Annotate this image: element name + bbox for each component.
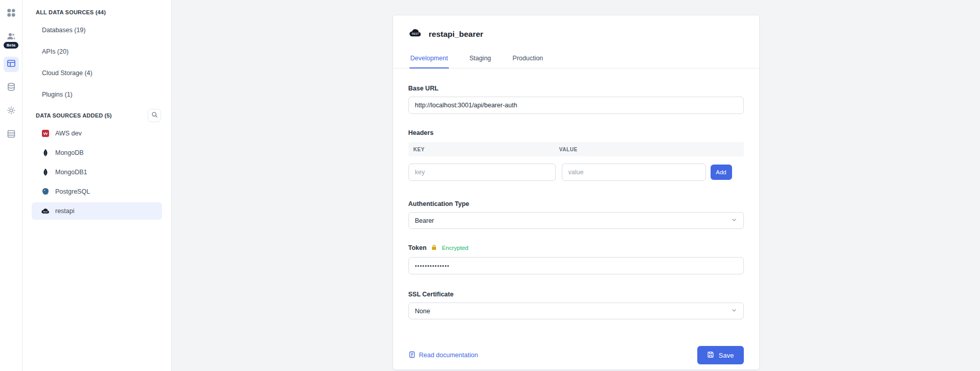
headers-table-header: KEY VALUE [408, 142, 744, 156]
config-form: Base URL Headers KEY VALUE Add Authentic… [393, 68, 759, 319]
ssl-section: SSL Certificate None [408, 291, 744, 319]
ssl-certificate-value: None [415, 308, 430, 315]
postgresql-icon [41, 187, 50, 196]
environment-tabs: Development Staging Production [393, 50, 759, 68]
value-column-header: VALUE [559, 147, 578, 152]
source-item-postgresql[interactable]: PostgreSQL [32, 183, 162, 200]
lock-icon [431, 243, 437, 252]
add-header-button[interactable]: Add [711, 165, 732, 180]
database-button[interactable] [4, 80, 19, 96]
data-sources-added-header: DATA SOURCES ADDED (5) [22, 108, 171, 123]
token-header: Token Encrypted [408, 243, 744, 252]
app-icon-rail: Beta [0, 0, 22, 371]
headers-label: Headers [408, 129, 744, 136]
tab-staging[interactable]: Staging [468, 50, 492, 68]
token-label: Token [408, 244, 427, 251]
encrypted-badge: Encrypted [442, 245, 468, 251]
datasource-title: restapi_bearer [429, 30, 484, 39]
all-data-sources-label: ALL DATA SOURCES (44) [36, 9, 106, 15]
card-header: REST restapi_bearer [393, 15, 759, 40]
database-icon [7, 82, 16, 94]
source-item-mongodb[interactable]: MongoDB [32, 144, 162, 161]
svg-text:REST: REST [412, 32, 419, 35]
mongodb-icon [41, 148, 50, 157]
gear-icon [7, 106, 16, 117]
base-url-label: Base URL [408, 85, 744, 92]
headers-section: Headers KEY VALUE Add [408, 129, 744, 181]
token-input[interactable] [408, 257, 744, 274]
data-sources-icon [7, 59, 16, 70]
tab-development[interactable]: Development [409, 50, 449, 68]
sidebar-item-cloud-storage[interactable]: Cloud Storage (4) [22, 62, 171, 84]
datasource-config-card: REST restapi_bearer Development Staging … [393, 15, 760, 370]
data-sources-added-label: DATA SOURCES ADDED (5) [36, 112, 112, 119]
source-item-label: MongoDB [55, 149, 84, 156]
settings-button[interactable] [4, 104, 19, 119]
main-area: REST restapi_bearer Development Staging … [172, 0, 980, 371]
apps-grid-icon [7, 8, 16, 19]
aws-icon [41, 129, 50, 138]
apps-grid-button[interactable] [4, 6, 19, 21]
data-sources-sidebar: ALL DATA SOURCES (44) Databases (19) API… [22, 0, 172, 371]
mongodb-icon [41, 168, 50, 177]
beta-badge: Beta [4, 42, 18, 49]
auth-type-value: Bearer [415, 217, 435, 224]
data-sources-button[interactable] [4, 57, 19, 72]
save-button-label: Save [719, 352, 734, 359]
search-icon [151, 111, 158, 120]
source-item-label: AWS dev [55, 130, 82, 137]
svg-text:REST: REST [43, 211, 48, 213]
header-key-input[interactable] [408, 164, 556, 181]
users-icon [7, 32, 16, 43]
ssl-certificate-select[interactable]: None [408, 303, 744, 319]
server-icon [7, 129, 16, 141]
marketplace-button[interactable] [4, 127, 19, 143]
search-button[interactable] [148, 109, 161, 122]
token-section: Token Encrypted [408, 243, 744, 274]
auth-type-select[interactable]: Bearer [408, 212, 744, 229]
chevron-down-icon [731, 307, 737, 315]
sidebar-item-plugins[interactable]: Plugins (1) [22, 84, 171, 105]
source-item-label: restapi [55, 207, 75, 215]
chevron-down-icon [731, 217, 737, 224]
source-item-mongodb1[interactable]: MongoDB1 [32, 164, 162, 181]
source-item-aws-dev[interactable]: AWS dev [32, 125, 162, 142]
save-disk-icon [707, 351, 714, 360]
source-item-restapi[interactable]: REST restapi [32, 202, 162, 220]
source-item-label: PostgreSQL [55, 188, 90, 195]
rest-api-icon: REST [41, 206, 50, 216]
key-column-header: KEY [408, 147, 559, 152]
rest-api-icon: REST [408, 29, 422, 40]
read-documentation-label: Read documentation [419, 352, 478, 359]
base-url-input[interactable] [408, 97, 744, 114]
header-value-input[interactable] [562, 164, 706, 181]
all-data-sources-header: ALL DATA SOURCES (44) [22, 5, 171, 19]
save-button[interactable]: Save [697, 346, 744, 364]
source-item-label: MongoDB1 [55, 169, 87, 176]
document-icon [408, 351, 416, 360]
ssl-certificate-label: SSL Certificate [408, 291, 744, 298]
card-footer: Read documentation Save [393, 346, 759, 364]
sidebar-item-apis[interactable]: APIs (20) [22, 41, 171, 62]
auth-type-label: Authentication Type [408, 200, 744, 207]
read-documentation-link[interactable]: Read documentation [408, 351, 478, 360]
headers-input-row: Add [408, 164, 744, 181]
sidebar-item-databases[interactable]: Databases (19) [22, 19, 171, 41]
auth-type-section: Authentication Type Bearer [408, 200, 744, 229]
tab-production[interactable]: Production [512, 50, 544, 68]
